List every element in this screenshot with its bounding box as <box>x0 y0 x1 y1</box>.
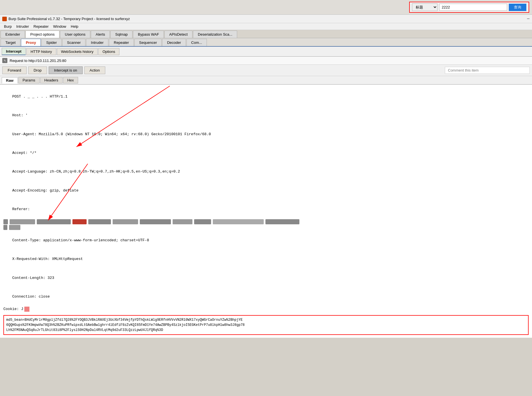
http-line-12: Cookie: J <box>3 306 529 312</box>
menu-window[interactable]: Window <box>51 24 68 29</box>
http-line-4: Accept: */* <box>3 144 529 162</box>
post-data-line-3: Lh%2FMSNAuQSq8uJrTLGhit83i8P%2FlyslS0H2N… <box>6 328 526 333</box>
http-line-10: Content-Length: 323 <box>3 269 529 287</box>
intercept-toggle-button[interactable]: Intercept is on <box>49 66 83 74</box>
int-tab-intercept[interactable]: Intercept <box>2 48 26 55</box>
int-tab-options[interactable]: Options <box>98 48 119 55</box>
intercept-tab-row: Intercept HTTP history WebSockets histor… <box>0 47 532 57</box>
int-tab-websockets[interactable]: WebSockets history <box>57 48 98 55</box>
post-data-line-2: 6QQHGups%2FK9mpwVw78Q3h%2BZKuPRfwipxdLtG… <box>6 322 526 328</box>
tab-spider[interactable]: Spider <box>41 39 62 46</box>
action-row: Forward Drop Intercept is on Action <box>0 65 532 76</box>
tab-scanner[interactable]: Scanner <box>62 39 85 46</box>
comment-input[interactable] <box>445 67 530 74</box>
tab-sequencer[interactable]: Sequencer <box>134 39 162 46</box>
drop-button[interactable]: Drop <box>28 66 47 74</box>
menu-burp[interactable]: Burp <box>2 24 14 29</box>
tab-target[interactable]: Target <box>1 39 20 46</box>
http-line-9: X-Requested-With: XMLHttpRequest <box>3 250 529 268</box>
http-content-area: POST . _ _ . . . HTTP/1.1 Host: ' User-A… <box>0 85 532 338</box>
view-tab-row: Raw Params Headers Hex <box>0 76 532 85</box>
tab-proxy[interactable]: Proxy <box>21 39 41 46</box>
tab-alerts[interactable]: Alerts <box>91 31 110 38</box>
top-tab-row: Extender Project options User options Al… <box>0 30 532 38</box>
search-button[interactable]: 查询 <box>509 4 526 11</box>
cookie-highlight <box>24 307 29 312</box>
edit-icon: ✎ <box>2 58 7 63</box>
tab-user-options[interactable]: User options <box>60 31 90 38</box>
http-line-1: POST . _ _ . . . HTTP/1.1 <box>3 87 529 106</box>
http-line-6: Accept-Encoding: gzip, deflate <box>3 181 529 200</box>
tab-sqlmap[interactable]: Sqlmap <box>110 31 132 38</box>
http-line-5: Accept-Language: zh-CN,zh;q=0.8,zh-TW;q=… <box>3 162 529 181</box>
http-line-referer: Referer: <box>3 200 529 219</box>
app-icon <box>2 17 7 21</box>
window-title: Burp Suite Professional v1.7.32 - Tempor… <box>8 17 130 21</box>
request-info-bar: ✎ Request to http://10.111.201.25:80 <box>0 57 532 65</box>
menu-bar: Burp Intruder Repeater Window Help <box>0 23 532 30</box>
forward-button[interactable]: Forward <box>2 66 27 74</box>
title-bar: Burp Suite Professional v1.7.32 - Tempor… <box>0 15 532 23</box>
http-line-2: Host: ' <box>3 106 529 125</box>
blur-row-2 <box>3 225 529 230</box>
view-tab-hex[interactable]: Hex <box>63 77 78 83</box>
tab-extender[interactable]: Extender <box>1 31 25 38</box>
http-line-3: User-Agent: Mozilla/5.0 (Windows NT 10.0… <box>3 125 529 144</box>
int-tab-http-history[interactable]: HTTP history <box>26 48 56 55</box>
http-line-11: Connection: close <box>3 287 529 306</box>
sub-tab-row: Target Proxy Spider Scanner Intruder Rep… <box>0 38 532 47</box>
menu-help[interactable]: Help <box>68 24 81 29</box>
search-select[interactable]: 标题 <box>412 3 437 11</box>
window-close[interactable]: − <box>527 16 530 22</box>
menu-repeater[interactable]: Repeater <box>31 24 51 29</box>
tab-repeater[interactable]: Repeater <box>109 39 134 46</box>
action-button[interactable]: Action <box>84 66 105 74</box>
post-data-line-1: md5_bean=BHdCyMrlrM0gpljZfdl7Q28%2FYOQB3… <box>6 317 526 322</box>
request-target: Request to http://10.111.201.25:80 <box>10 59 66 63</box>
menu-intruder[interactable]: Intruder <box>14 24 31 29</box>
tab-apisdetect[interactable]: APIsDetect <box>164 31 192 38</box>
tab-comparer[interactable]: Com... <box>186 39 207 46</box>
tab-intruder[interactable]: Intruder <box>86 39 108 46</box>
http-line-8: Content-Type: application/x-www-form-url… <box>3 231 529 250</box>
post-data-box: md5_bean=BHdCyMrlrM0gpljZfdl7Q28%2FYOQB3… <box>3 315 529 335</box>
blur-row-1 <box>3 219 529 224</box>
tab-bypass-waf[interactable]: Bypass WAF <box>133 31 164 38</box>
tab-decoder[interactable]: Decoder <box>162 39 186 46</box>
view-tab-headers[interactable]: Headers <box>40 77 63 83</box>
view-tab-raw[interactable]: Raw <box>2 77 18 83</box>
tab-deserialization[interactable]: Deserialization Sca... <box>193 31 237 38</box>
view-tab-params[interactable]: Params <box>18 77 40 83</box>
search-input[interactable] <box>439 4 507 11</box>
tab-project-options[interactable]: Project options <box>25 31 59 38</box>
